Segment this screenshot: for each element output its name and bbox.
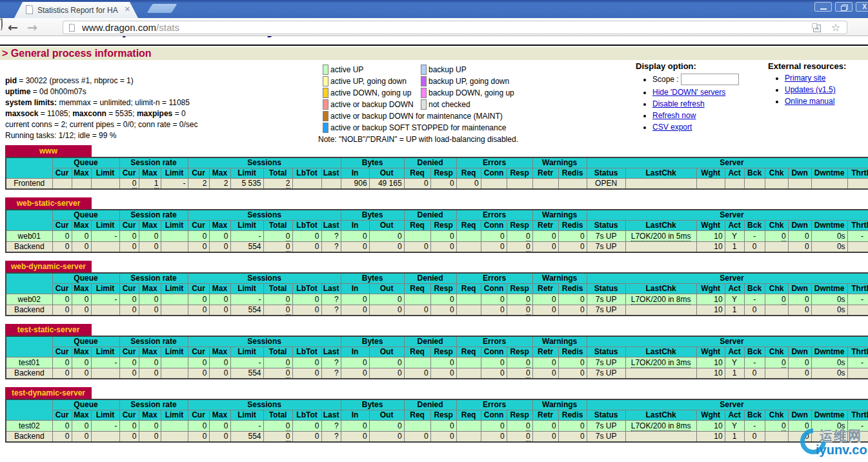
column-header: In bbox=[341, 220, 369, 230]
cell-denied-req bbox=[404, 230, 430, 241]
column-header: Chk bbox=[765, 346, 788, 357]
cell-act: 1 bbox=[725, 241, 744, 252]
cell-warnings-retr: 0 bbox=[532, 368, 558, 379]
legend-label: active or backup SOFT STOPPED for mainte… bbox=[330, 123, 506, 132]
url-bar[interactable]: www.dragon.com/stats ☆ bbox=[63, 21, 847, 34]
bookmark-star-icon[interactable]: ☆ bbox=[831, 21, 840, 35]
column-header: Status bbox=[587, 168, 625, 178]
cell-sess-limit: - bbox=[230, 230, 263, 241]
proxy-name-label[interactable]: test-static-server bbox=[5, 324, 92, 336]
column-header: Limit bbox=[161, 346, 188, 357]
group-header: Warnings bbox=[532, 273, 587, 283]
refresh-now-link[interactable]: Refresh now bbox=[652, 111, 696, 120]
column-header: Req bbox=[456, 220, 481, 230]
disable-refresh-link[interactable]: Disable refresh bbox=[652, 99, 705, 108]
column-header: Max bbox=[72, 410, 91, 420]
column-header: Conn bbox=[481, 220, 507, 230]
column-header: Total bbox=[263, 346, 292, 357]
row-name: web02 bbox=[6, 294, 52, 305]
minimize-button[interactable] bbox=[814, 2, 832, 12]
column-header: Bck bbox=[744, 168, 765, 178]
group-header: Queue bbox=[52, 273, 119, 283]
cell-rate-max: 0 bbox=[139, 431, 161, 442]
column-header: Total bbox=[263, 220, 292, 230]
updates-link[interactable]: Updates (v1.5) bbox=[785, 85, 836, 94]
cell-bck: 0 bbox=[744, 431, 765, 442]
cell-lastchk bbox=[625, 178, 696, 189]
column-header: Cur bbox=[188, 410, 209, 420]
proxy-section: test-dynamic-serverQueueSession rateSess… bbox=[5, 387, 863, 443]
cell-sess-lbtot: 0 bbox=[292, 357, 321, 368]
cell-denied-req: 0 bbox=[404, 241, 430, 252]
group-header: Sessions bbox=[188, 273, 341, 283]
legend-item: backup UP bbox=[421, 65, 467, 75]
tab-close-icon[interactable]: ✕ bbox=[125, 5, 130, 14]
cell-queue-max bbox=[72, 178, 91, 189]
primary-site-link[interactable]: Primary site bbox=[785, 74, 825, 83]
cell-rate-max: 0 bbox=[139, 230, 161, 241]
column-header: Cur bbox=[52, 346, 72, 357]
new-tab-button[interactable] bbox=[147, 4, 177, 13]
cell-bytes-in: 0 bbox=[341, 431, 369, 442]
proxy-name-label[interactable]: web-static-server bbox=[5, 197, 92, 209]
proxy-name-label[interactable]: web-dynamic-server bbox=[5, 261, 92, 272]
translate-icon[interactable] bbox=[812, 23, 821, 32]
group-header: Session rate bbox=[119, 273, 188, 283]
hide-down-servers-link[interactable]: Hide 'DOWN' servers bbox=[652, 88, 725, 97]
column-header: Dwntme bbox=[811, 346, 847, 357]
stats-row: test0100-0000-00?00000007s UPL7OK/200 in… bbox=[6, 357, 868, 368]
display-options: Display option: Scope : Hide 'DOWN' serv… bbox=[636, 61, 768, 134]
column-header: Limit bbox=[161, 220, 188, 230]
cell-rate-limit bbox=[161, 420, 188, 431]
column-header: Limit bbox=[230, 220, 263, 230]
column-header: Max bbox=[209, 346, 230, 357]
status-legend: active UPbackup UPactive UP, going downb… bbox=[323, 64, 518, 144]
process-info-line: uptime = 0d 0h00m07s bbox=[5, 86, 198, 97]
stats-row: Backend00000055400?000000007s UP101000s bbox=[6, 241, 868, 252]
cell-rate-limit bbox=[161, 241, 188, 252]
browser-tab[interactable]: Statistics Report for HA ✕ bbox=[14, 2, 138, 18]
csv-export-link[interactable]: CSV export bbox=[652, 123, 692, 132]
row-name: Backend bbox=[6, 368, 52, 379]
scope-input[interactable] bbox=[681, 74, 739, 85]
proxy-name-label[interactable]: test-dynamic-server bbox=[5, 387, 92, 399]
corner-header bbox=[6, 273, 52, 294]
cell-denied-req bbox=[404, 294, 430, 305]
column-header: Req bbox=[456, 168, 481, 178]
column-header: Cur bbox=[188, 283, 209, 294]
proxy-name-label[interactable]: www bbox=[5, 145, 92, 157]
cell-thrtle: - bbox=[847, 294, 868, 305]
cell-thrtle: - bbox=[847, 420, 868, 431]
cell-queue-limit bbox=[91, 305, 119, 316]
group-header: Denied bbox=[404, 273, 456, 283]
cell-sess-max: 0 bbox=[209, 230, 230, 241]
column-header: Resp bbox=[507, 283, 532, 294]
status-color-swatch bbox=[323, 76, 328, 86]
cell-rate-max: 0 bbox=[139, 368, 161, 379]
back-button[interactable]: ← bbox=[8, 18, 18, 36]
restore-button[interactable] bbox=[835, 2, 853, 12]
cell-dwntme bbox=[811, 178, 847, 189]
cell-queue-max: 0 bbox=[72, 241, 91, 252]
reload-button[interactable] bbox=[0, 17, 3, 30]
column-header: Max bbox=[72, 283, 91, 294]
process-info: pid = 30022 (process #1, nbproc = 1)upti… bbox=[5, 75, 198, 141]
column-header: Out bbox=[369, 346, 404, 357]
column-header: Retr bbox=[532, 220, 558, 230]
group-header: Errors bbox=[456, 399, 532, 410]
close-button[interactable]: X bbox=[856, 2, 868, 12]
cell-rate-limit bbox=[161, 294, 188, 305]
cell-wght: 10 bbox=[696, 241, 725, 252]
cell-dwntme: 0s bbox=[811, 294, 847, 305]
online-manual-link[interactable]: Online manual bbox=[785, 97, 834, 106]
cell-bytes-in: 0 bbox=[341, 241, 369, 252]
group-header: Bytes bbox=[341, 157, 404, 168]
column-header: Cur bbox=[188, 346, 209, 357]
column-header: Max bbox=[209, 410, 230, 420]
column-header: Limit bbox=[230, 346, 263, 357]
column-header: Last bbox=[321, 168, 341, 178]
cell-denied-resp: 0 bbox=[430, 178, 456, 189]
cell-errors-resp: 0 bbox=[507, 305, 532, 316]
forward-button[interactable]: → bbox=[27, 18, 37, 36]
legend-label: active UP, going down bbox=[330, 77, 407, 86]
